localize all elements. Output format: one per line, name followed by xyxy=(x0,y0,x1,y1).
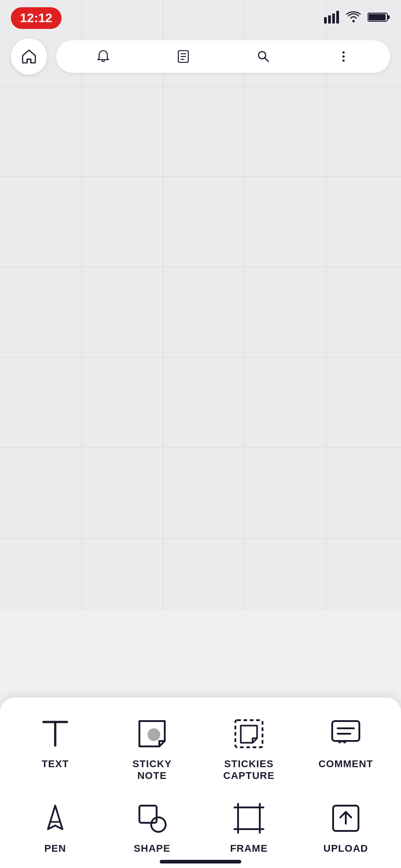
search-button[interactable] xyxy=(250,43,277,70)
upload-tool[interactable]: UPLOAD xyxy=(300,796,392,859)
upload-label: UPLOAD xyxy=(324,843,368,854)
text-label: TEXT xyxy=(42,758,69,770)
text-tool[interactable]: TEXT xyxy=(9,711,101,787)
frame-icon xyxy=(231,800,267,836)
text-icon xyxy=(37,716,73,752)
pen-tool[interactable]: PEN xyxy=(9,796,101,859)
sticky-note-tool[interactable]: STICKYNOTE xyxy=(106,711,198,787)
home-icon xyxy=(21,48,37,65)
pen-label: PEN xyxy=(44,843,66,854)
bottom-toolbar: TEXT STICKYNOTE xyxy=(0,698,401,868)
svg-point-4 xyxy=(353,20,355,23)
status-icons xyxy=(324,11,390,25)
frame-tool[interactable]: FRAME xyxy=(203,796,295,859)
more-button[interactable] xyxy=(330,43,357,70)
status-bar: 12:12 xyxy=(0,0,401,36)
comment-label: COMMENT xyxy=(319,758,373,770)
canvas-area[interactable] xyxy=(0,0,401,610)
upload-icon xyxy=(328,800,364,836)
home-indicator xyxy=(160,860,241,863)
svg-rect-2 xyxy=(332,14,335,24)
sticky-note-icon xyxy=(134,716,170,752)
home-button[interactable] xyxy=(11,38,47,75)
svg-rect-1 xyxy=(328,15,331,24)
more-icon xyxy=(336,49,351,64)
grid-lines xyxy=(0,0,401,610)
notification-button[interactable] xyxy=(90,43,117,70)
stickies-capture-tool[interactable]: STICKIESCAPTURE xyxy=(203,711,295,787)
time-display: 12:12 xyxy=(11,7,62,29)
wifi-icon xyxy=(346,11,361,25)
svg-rect-6 xyxy=(368,14,386,20)
battery-icon xyxy=(368,11,390,25)
svg-rect-20 xyxy=(332,721,359,741)
svg-point-14 xyxy=(342,52,344,54)
document-icon xyxy=(176,49,191,64)
shape-label: SHAPE xyxy=(134,843,171,854)
shape-tool[interactable]: SHAPE xyxy=(106,796,198,859)
svg-point-15 xyxy=(342,56,344,58)
svg-rect-24 xyxy=(139,806,157,823)
svg-point-25 xyxy=(151,817,166,832)
frame-label: FRAME xyxy=(230,843,267,854)
shape-icon xyxy=(134,800,170,836)
nav-toolbar xyxy=(56,40,390,73)
toolbar-grid: TEXT STICKYNOTE xyxy=(9,711,392,859)
sticky-note-label: STICKYNOTE xyxy=(133,758,172,782)
pen-icon xyxy=(37,800,73,836)
top-navigation xyxy=(0,36,401,77)
document-button[interactable] xyxy=(170,43,197,70)
comment-tool[interactable]: COMMENT xyxy=(300,711,392,787)
bell-icon xyxy=(96,49,110,64)
svg-rect-3 xyxy=(336,11,339,24)
svg-point-16 xyxy=(342,60,344,62)
stickies-capture-label: STICKIESCAPTURE xyxy=(223,758,274,782)
stickies-capture-icon xyxy=(231,716,267,752)
svg-rect-7 xyxy=(387,15,390,19)
comment-icon xyxy=(328,716,364,752)
search-icon xyxy=(256,49,271,64)
svg-line-13 xyxy=(265,58,268,61)
svg-rect-26 xyxy=(238,807,260,829)
signal-icon xyxy=(324,11,339,25)
svg-rect-0 xyxy=(324,17,327,24)
